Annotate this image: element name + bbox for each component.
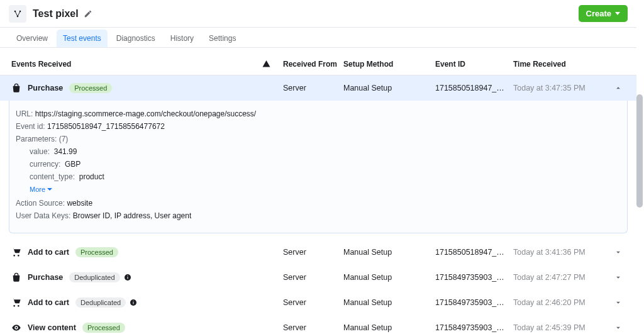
params-count: (7) [59,135,69,143]
event-id: 1715850518947_… [435,248,513,257]
tab-test-events[interactable]: Test events [57,30,108,47]
status-badge: Deduplicated [69,272,119,282]
received-from: Server [283,298,343,307]
cart-icon [11,298,21,308]
setup-method: Manual Setup [343,248,435,257]
tabs: Overview Test events Diagnostics History… [0,28,636,48]
received-from: Server [283,248,343,257]
eventid-label: Event id: [16,122,45,131]
tab-settings[interactable]: Settings [203,30,242,47]
url-label: URL: [16,109,33,118]
param-value: 341.99 [54,147,77,156]
col-event-id: Event ID [435,60,513,69]
event-row[interactable]: PurchaseDeduplicatedServerManual Setup17… [0,265,636,290]
chevron-down-icon [614,298,623,307]
tab-overview[interactable]: Overview [10,30,54,47]
param-value: product [79,172,104,181]
status-badge: Processed [75,247,118,257]
received-from: Server [283,84,343,92]
setup-method: Manual Setup [343,298,435,307]
back-button[interactable] [9,5,26,23]
setup-method: Manual Setup [343,84,435,92]
create-button[interactable]: Create [579,5,628,22]
info-icon[interactable] [130,299,137,306]
param-key: currency: [30,160,60,169]
event-id: 1715849735903_… [435,298,513,307]
chevron-down-icon [615,12,620,15]
event-id: 1715850518947_… [435,84,513,92]
bag-icon [11,272,21,282]
param-key: value: [30,147,50,156]
pencil-icon[interactable] [84,9,92,18]
time-received: Today at 3:47:35 PM [513,84,608,92]
event-name: Purchase [28,84,63,92]
param-key: content_type: [30,172,75,181]
user-data-keys-value: Browser ID, IP address, User agent [73,211,192,220]
url-value: https://staging.scommerce-mage.com/check… [35,109,257,118]
eventid-value: 1715850518947_17158556477672 [47,122,165,131]
table-header: Events Received Received From Setup Meth… [0,53,636,75]
col-received-from: Received From [283,60,343,69]
chevron-down-icon [614,323,623,332]
event-details: URL: https://staging.scommerce-mage.com/… [9,101,628,233]
setup-method: Manual Setup [343,273,435,282]
event-name: View content [28,323,76,332]
time-received: Today at 2:46:20 PM [513,298,608,307]
param-value: GBP [65,160,80,169]
page-title: Test pixel [33,8,79,19]
event-id: 1715849735903_… [435,323,513,332]
cart-icon [11,247,21,257]
top-bar: Test pixel Create [0,0,636,28]
event-name: Purchase [28,273,63,282]
chevron-down-icon [614,273,623,282]
event-row[interactable]: View contentProcessedServerManual Setup1… [0,315,636,334]
vertical-scrollbar[interactable] [635,50,643,327]
event-row[interactable]: Add to cartProcessedServerManual Setup17… [0,240,636,265]
action-source-label: Action Source: [16,199,65,208]
received-from: Server [283,273,343,282]
nodes-icon [13,9,23,19]
tab-history[interactable]: History [164,30,200,47]
status-badge: Processed [69,83,112,93]
time-received: Today at 3:41:36 PM [513,248,608,257]
col-setup-method: Setup Method [343,60,435,69]
create-button-label: Create [586,9,611,18]
bag-icon [11,83,21,93]
status-badge: Deduplicated [75,298,126,308]
event-name: Add to cart [28,248,69,257]
col-time-received: Time Received [513,60,608,69]
eye-icon [11,323,21,333]
warning-icon [262,60,270,68]
scrollbar-thumb[interactable] [636,94,643,208]
event-row[interactable]: Add to cartDeduplicatedServerManual Setu… [0,290,636,315]
time-received: Today at 2:45:39 PM [513,323,608,332]
action-source-value: website [67,199,92,208]
col-events-received: Events Received [11,60,71,69]
info-icon[interactable] [124,274,131,281]
event-row-expanded[interactable]: Purchase Processed Server Manual Setup 1… [0,75,636,101]
time-received: Today at 2:47:27 PM [513,273,608,282]
chevron-down-icon [47,188,52,191]
more-link[interactable]: More [30,186,52,193]
tab-diagnostics[interactable]: Diagnostics [110,30,162,47]
event-name: Add to cart [28,298,69,307]
status-badge: Processed [82,323,125,333]
chevron-down-icon [614,248,623,257]
chevron-up-icon [614,84,623,92]
event-id: 1715849735903_… [435,273,513,282]
received-from: Server [283,323,343,332]
setup-method: Manual Setup [343,323,435,332]
params-label: Parameters: [16,135,57,143]
user-data-keys-label: User Data Keys: [16,211,70,220]
